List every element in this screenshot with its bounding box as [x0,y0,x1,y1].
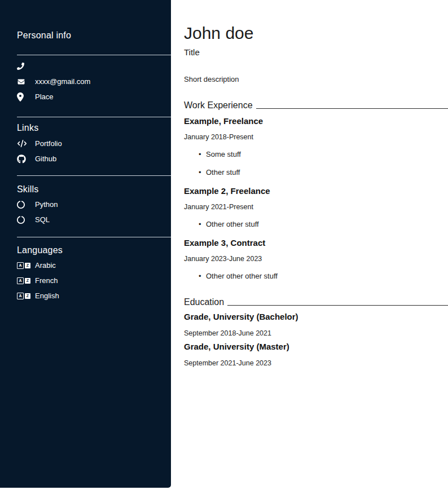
link-label[interactable]: Portfolio [35,139,62,148]
experience-entry: Example 3, Contract January 2023-June 20… [184,238,448,280]
language-icon: AZ [17,277,29,284]
heading-rule [256,108,448,109]
map-marker-icon [17,92,29,101]
entry-title: Example, Freelance [184,116,448,126]
language-icon: AZ [17,262,29,269]
education-entry: Grade, University (Master) September 202… [184,342,448,367]
skill-label: SQL [35,215,50,224]
short-description: Short description [184,75,448,83]
main-content: John doe Title Short description Work Ex… [171,0,448,367]
entry-date: January 2018-Present [184,133,448,141]
language-label: French [35,276,58,285]
section-heading-label: Work Experience [184,100,253,111]
language-icon-letter: A [17,293,24,299]
person-title: Title [184,47,448,57]
link-item-github[interactable]: Github [17,151,171,166]
work-experience-heading: Work Experience [184,100,448,111]
circle-notch-icon [17,201,29,209]
link-label[interactable]: Github [35,154,56,163]
circle-notch-icon [17,216,29,224]
experience-entry: Example 2, Freelance January 2021-Presen… [184,186,448,228]
bullet-item: Other other other stuff [199,272,448,280]
location-row: Place [17,89,171,104]
language-icon: AZ [17,293,29,299]
language-icon-letter: Z [25,293,30,299]
language-item: AZ Arabic [17,258,171,273]
experience-entry: Example, Freelance January 2018-Present … [184,116,448,176]
links-heading: Links [17,122,171,134]
resume-page: Personal info xxxx@gmail.com Place [0,0,448,490]
link-item-portfolio[interactable]: Portfolio [17,136,171,151]
entry-date: January 2021-Present [184,203,448,211]
email-row: xxxx@gmail.com [17,74,171,89]
entry-title: Grade, University (Bachelor) [184,312,448,321]
skill-label: Python [35,200,58,209]
entry-bullets: Other other stuff [184,220,448,228]
contact-list: xxxx@gmail.com Place [17,59,171,104]
section-heading-label: Education [184,297,224,307]
language-label: English [35,292,59,300]
entry-bullets: Some stuff Other stuff [184,150,448,176]
languages-list: AZ Arabic AZ French AZ English [17,258,171,303]
location-value: Place [35,92,54,101]
language-item: AZ French [17,273,171,288]
languages-heading: Languages [17,245,171,256]
entry-bullets: Other other other stuff [184,272,448,280]
bullet-item: Some stuff [199,150,448,158]
language-icon-letter: A [17,262,24,269]
entry-date: September 2021-June 2023 [184,359,448,367]
sidebar-divider [17,175,171,176]
language-icon-letter: Z [25,278,30,284]
github-icon [17,154,29,164]
links-list: Portfolio Github [17,136,171,166]
personal-info-heading: Personal info [17,30,171,41]
education-heading: Education [184,297,448,307]
email-value: xxxx@gmail.com [35,77,90,86]
bullet-item: Other other stuff [199,220,448,228]
sidebar: Personal info xxxx@gmail.com Place [0,0,171,488]
heading-rule [227,305,448,306]
skill-item: SQL [17,212,171,227]
sidebar-divider [17,237,171,237]
language-icon-letter: Z [25,263,30,268]
education-entry: Grade, University (Bachelor) September 2… [184,312,448,337]
entry-date: September 2018-June 2021 [184,329,448,337]
entry-title: Example 2, Freelance [184,186,448,196]
code-icon [17,140,29,147]
language-label: Arabic [35,261,56,270]
skill-item: Python [17,197,171,212]
envelope-icon [17,78,29,85]
person-name: John doe [184,24,448,43]
language-icon-letter: A [17,277,24,284]
entry-title: Example 3, Contract [184,238,448,248]
entry-date: January 2023-June 2023 [184,255,448,263]
phone-row [17,59,171,74]
skills-list: Python SQL [17,197,171,227]
sidebar-divider [17,117,171,117]
skills-heading: Skills [17,184,171,195]
entry-title: Grade, University (Master) [184,342,448,351]
language-item: AZ English [17,288,171,303]
sidebar-divider [17,55,171,55]
phone-icon [17,63,29,70]
bullet-item: Other stuff [199,168,448,176]
